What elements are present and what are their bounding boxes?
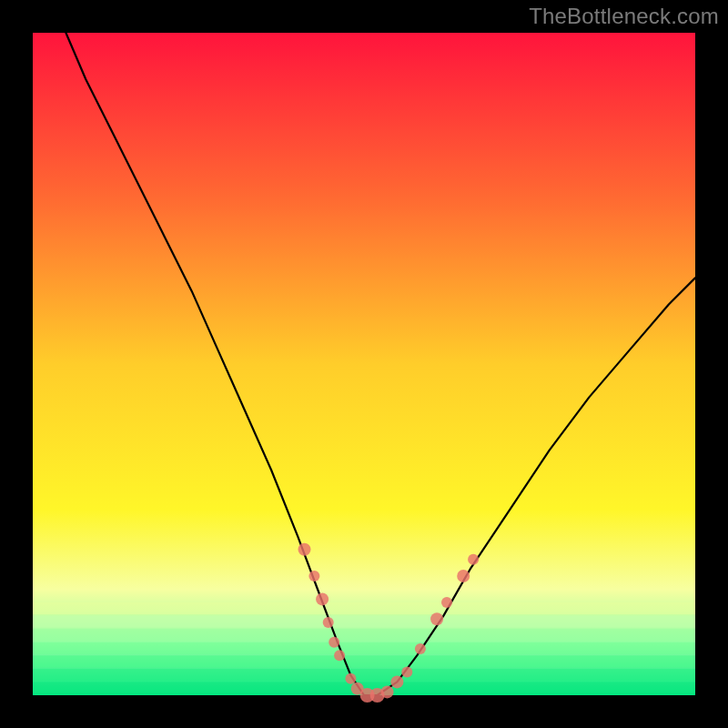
svg-point-13 [345,673,356,684]
svg-rect-5 [33,669,695,681]
svg-point-20 [415,643,426,654]
chart-background [33,33,695,695]
svg-rect-1 [33,616,695,628]
svg-point-17 [381,685,394,698]
svg-rect-0 [33,602,695,614]
svg-rect-4 [33,655,695,667]
svg-point-12 [334,650,345,661]
svg-point-22 [441,597,452,608]
watermark-text: TheBottleneck.com [529,4,719,29]
svg-point-24 [468,554,479,565]
bottleneck-chart [0,0,728,728]
svg-point-21 [430,612,443,625]
svg-point-23 [457,570,470,582]
svg-rect-3 [33,642,695,654]
chart-band-lines [33,602,695,693]
svg-point-18 [390,675,403,688]
svg-point-19 [401,667,412,678]
svg-rect-2 [33,629,695,641]
svg-point-10 [323,617,334,628]
svg-point-8 [308,571,319,581]
svg-point-11 [329,637,339,648]
svg-point-7 [298,543,311,556]
svg-point-9 [316,592,329,605]
